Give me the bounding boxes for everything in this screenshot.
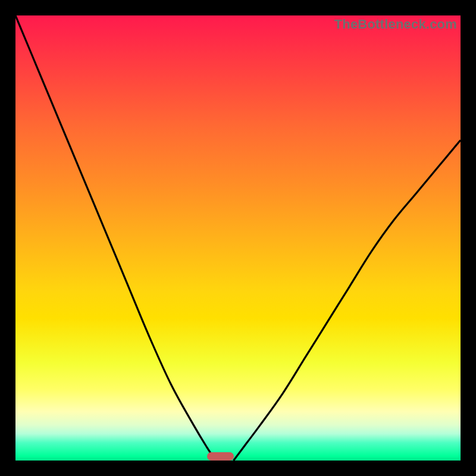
curve-layer (15, 15, 461, 461)
plot-area: TheBottleneck.com (15, 15, 461, 461)
left-curve (15, 15, 216, 461)
bottleneck-marker (207, 452, 234, 461)
right-curve (234, 140, 461, 461)
chart-frame: TheBottleneck.com (0, 0, 476, 476)
